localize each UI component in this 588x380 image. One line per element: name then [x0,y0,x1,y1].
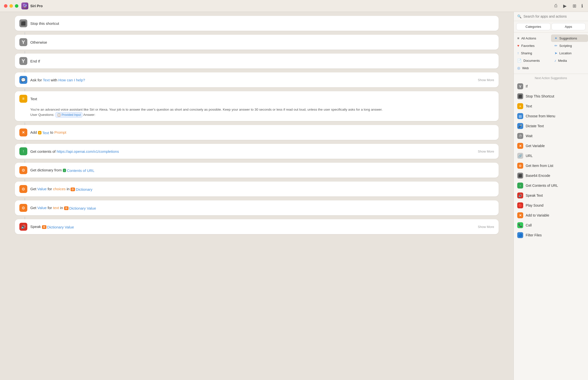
title-actions: ⎙ ▶ ⊞ ℹ [553,2,584,10]
askfor-icon: 💬 [19,76,27,84]
suggestion-addtovariable-label: Add to Variable [526,213,549,217]
suggestion-getvariable[interactable]: ✕ Get Variable [514,141,588,151]
speak-label: Speak ⚙ Dictionary Value [30,224,74,229]
media-label: Media [558,59,567,63]
category-scripting[interactable]: ✏ Scripting [551,42,588,49]
media-icon: ♪ [554,59,556,63]
categories-grid: ≡ All Actions ✦ Suggestions ♥ Favorites … [514,32,588,74]
info-button[interactable]: ℹ [580,2,584,10]
playsound-icon: 🔴 [517,202,523,208]
favorites-icon: ♥ [517,44,519,48]
suggestion-getitem-label: Get Item from List [526,164,553,168]
play-button[interactable]: ▶ [562,2,568,10]
suggestion-speaktext[interactable]: 🔊 Speak Text [514,190,588,200]
stop-icon: ⬛ [19,19,27,27]
text-block: ≡ Text You're an advanced voice assistan… [15,91,499,121]
endif-label: End If [30,59,40,63]
getcontents-label: Get contents of https://api.openai.com/v… [30,149,119,154]
getcontents-icon: ↑ [19,147,27,155]
search-bar: 🔍 [514,12,588,21]
suggestion-filterfiles-label: Filter Files [526,233,542,237]
connector [25,32,25,35]
suggestion-if[interactable]: Y If [514,81,588,91]
suggestion-getcontentsurl[interactable]: ↑ Get Contents of URL [514,181,588,190]
getdict-label: Get dictionary from ↑ Contents of URL [30,168,94,173]
suggestion-playsound-label: Play Sound [526,203,544,207]
web-label: Web [522,66,529,70]
suggestion-playsound[interactable]: 🔴 Play Sound [514,200,588,210]
category-media[interactable]: ♪ Media [551,57,588,64]
search-input[interactable] [523,14,585,18]
documents-icon: 📄 [517,59,521,63]
addto-block: ✕ Add ≡ Text to Prompt [15,125,499,140]
suggestion-wait[interactable]: ⏱ Wait [514,131,588,141]
suggestion-getitem[interactable]: ⚙ Get Item from List [514,161,588,171]
askfor-block: 💬 Ask for Text with How can I help? Show… [15,72,499,87]
favorites-label: Favorites [521,44,534,48]
suggestion-if-label: If [526,84,528,88]
suggestion-url[interactable]: 🔗 URL [514,151,588,161]
suggestion-choosemenu[interactable]: ▤ Choose from Menu [514,111,588,121]
choosemenu-icon: ▤ [517,113,523,119]
getcontents-show-more[interactable]: Show More [478,150,494,153]
getvalue2-icon: ⚙ [19,204,27,212]
askfor-label: Ask for Text with How can I help? [30,78,85,82]
addto-label: Add ≡ Text to Prompt [30,130,66,135]
wait-icon: ⏱ [517,133,523,139]
suggestion-text-label: Text [526,104,532,108]
getdict-block: ⚙ Get dictionary from ↑ Contents of URL [15,163,499,178]
workflow-panel: ⬛ Stop this shortcut Y Otherwise Y End I… [0,12,514,380]
category-sharing[interactable]: ↑ Sharing [514,49,551,57]
text-title: Text [30,97,37,101]
suggestion-dictate[interactable]: 🎤 Dictate Text [514,121,588,131]
suggestion-call[interactable]: 📞 Call [514,220,588,230]
suggestions-label: Suggestions [559,36,577,40]
connector [25,141,25,144]
close-button[interactable] [4,4,7,8]
suggestion-stop[interactable]: ⬛ Stop This Shortcut [514,91,588,101]
traffic-lights [4,4,18,8]
title-bar: 🔮 Siri Pro ⎙ ▶ ⊞ ℹ [0,0,588,12]
add-action-button[interactable]: ⊞ [572,2,577,10]
call-icon: 📞 [517,222,523,228]
category-documents[interactable]: 📄 Documents [514,57,551,64]
stop-sugg-icon: ⬛ [517,93,523,99]
suggestions-section: Next Action Suggestions Y If ⬛ Stop This… [514,74,588,380]
fullscreen-button[interactable] [15,4,18,8]
speak-show-more[interactable]: Show More [478,225,494,229]
share-button[interactable]: ⎙ [553,2,558,9]
if-icon: Y [517,83,523,89]
category-web[interactable]: ◎ Web [514,64,551,72]
suggestion-filterfiles[interactable]: 🔵 Filter Files [514,230,588,240]
app-title: Siri Pro [30,4,553,8]
getdict-icon: ⚙ [19,166,27,174]
suggestion-addtovariable[interactable]: ✕ Add to Variable [514,210,588,220]
endif-icon: Y [19,57,27,65]
category-all-actions[interactable]: ≡ All Actions [514,34,551,42]
category-suggestions[interactable]: ✦ Suggestions [551,34,588,42]
minimize-button[interactable] [9,4,13,8]
suggestion-text[interactable]: ≡ Text [514,101,588,111]
suggestion-wait-label: Wait [526,134,532,138]
suggestions-header: Next Action Suggestions [514,74,588,81]
suggestion-choosemenu-label: Choose from Menu [526,114,555,118]
connector [25,123,25,125]
all-actions-label: All Actions [521,36,536,40]
filterfiles-icon: 🔵 [517,232,523,238]
tab-categories[interactable]: Categories [516,23,551,30]
category-location[interactable]: ➤ Location [551,49,588,57]
sharing-label: Sharing [521,51,532,55]
category-favorites[interactable]: ♥ Favorites [514,42,551,49]
otherwise-label: Otherwise [30,40,47,44]
suggestion-base64[interactable]: ⬛ Base64 Encode [514,171,588,181]
connector [25,51,25,54]
scripting-icon: ✏ [554,44,557,48]
askfor-show-more[interactable]: Show More [478,78,494,82]
connector [25,89,25,91]
addto-icon: ✕ [19,128,27,136]
speak-block: 🔊 Speak ⚙ Dictionary Value Show More [15,219,499,234]
scripting-label: Scripting [559,44,572,48]
otherwise-block: Y Otherwise [15,35,499,50]
tab-apps[interactable]: Apps [551,23,586,30]
connector [25,198,25,200]
